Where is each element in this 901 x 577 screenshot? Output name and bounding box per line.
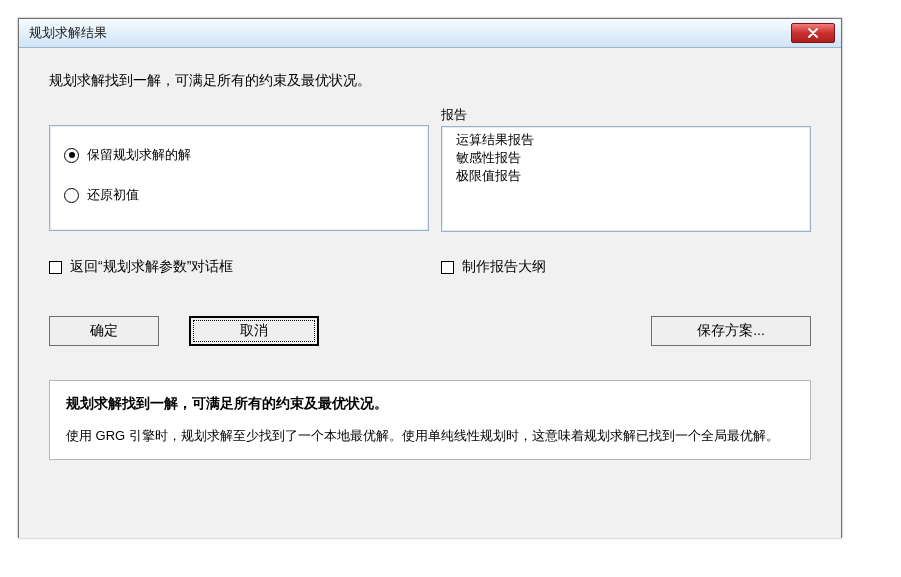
close-button[interactable] <box>791 23 835 43</box>
checkbox-make-report-outline[interactable]: 制作报告大纲 <box>441 258 811 276</box>
result-message: 规划求解找到一解，可满足所有的约束及最优状况。 <box>49 72 811 90</box>
info-panel: 规划求解找到一解，可满足所有的约束及最优状况。 使用 GRG 引擎时，规划求解至… <box>49 380 811 460</box>
radio-restore-original[interactable]: 还原初值 <box>64 186 414 204</box>
reports-label: 报告 <box>441 106 811 124</box>
save-scenario-button[interactable]: 保存方案... <box>651 316 811 346</box>
checkbox-icon <box>49 261 62 274</box>
checkbox-label: 制作报告大纲 <box>462 258 546 276</box>
reports-listbox[interactable]: 运算结果报告 敏感性报告 极限值报告 <box>441 126 811 232</box>
dialog-title: 规划求解结果 <box>29 24 107 42</box>
solver-results-dialog: 规划求解结果 规划求解找到一解，可满足所有的约束及最优状况。 保留规划求解的解 <box>18 18 842 538</box>
radio-icon <box>64 148 79 163</box>
report-item[interactable]: 极限值报告 <box>452 167 800 185</box>
options-panel: 保留规划求解的解 还原初值 <box>49 125 429 231</box>
report-item[interactable]: 运算结果报告 <box>452 131 800 149</box>
button-label: 确定 <box>90 322 118 340</box>
radio-keep-solution[interactable]: 保留规划求解的解 <box>64 146 414 164</box>
close-icon <box>807 28 819 38</box>
radio-label: 还原初值 <box>87 186 139 204</box>
report-item[interactable]: 敏感性报告 <box>452 149 800 167</box>
checkbox-return-to-params[interactable]: 返回“规划求解参数”对话框 <box>49 258 441 276</box>
ok-button[interactable]: 确定 <box>49 316 159 346</box>
button-label: 保存方案... <box>697 322 765 340</box>
checkbox-icon <box>441 261 454 274</box>
info-text: 使用 GRG 引擎时，规划求解至少找到了一个本地最优解。使用单纯线性规划时，这意… <box>66 427 794 445</box>
titlebar: 规划求解结果 <box>19 19 841 48</box>
button-label: 取消 <box>240 322 268 340</box>
radio-label: 保留规划求解的解 <box>87 146 191 164</box>
client-area: 规划求解找到一解，可满足所有的约束及最优状况。 保留规划求解的解 还原初值 <box>19 48 841 538</box>
checkbox-label: 返回“规划求解参数”对话框 <box>70 258 233 276</box>
radio-icon <box>64 188 79 203</box>
info-title: 规划求解找到一解，可满足所有的约束及最优状况。 <box>66 395 794 413</box>
cancel-button[interactable]: 取消 <box>189 316 319 346</box>
